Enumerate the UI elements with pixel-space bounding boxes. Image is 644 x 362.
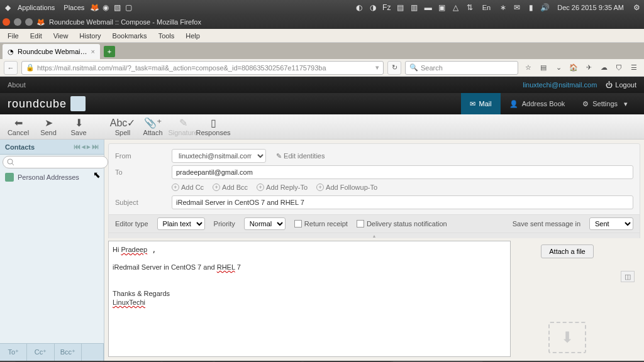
add-followup-link[interactable]: +Add Followup-To bbox=[316, 184, 377, 191]
subject-input[interactable] bbox=[172, 195, 633, 209]
window-maximize-button[interactable] bbox=[25, 18, 33, 26]
dropdown-icon[interactable]: ▾ bbox=[375, 63, 379, 72]
tab-strip: ◔ Roundcube Webmai… × + bbox=[0, 43, 644, 59]
send-icon[interactable]: ✈ bbox=[582, 62, 595, 74]
add-cc-link[interactable]: +Add Cc bbox=[172, 184, 204, 191]
add-bcc-button[interactable]: Bcc⁺ bbox=[55, 344, 82, 361]
editor-type-label: Editor type bbox=[115, 220, 148, 228]
shield-icon[interactable]: ⛉ bbox=[613, 62, 625, 74]
pocket-icon[interactable]: ⌄ bbox=[552, 62, 565, 74]
add-to-button[interactable]: To⁺ bbox=[0, 344, 27, 361]
new-tab-button[interactable]: + bbox=[104, 46, 115, 57]
add-bcc-link[interactable]: +Add Bcc bbox=[213, 184, 248, 191]
prev-page-icon[interactable]: ◂ bbox=[82, 143, 86, 151]
collapse-handle[interactable]: ▴ bbox=[108, 233, 640, 238]
window-close-button[interactable] bbox=[3, 18, 10, 26]
tray-icon[interactable]: ◐ bbox=[354, 3, 364, 13]
keyboard-layout[interactable]: En bbox=[479, 4, 494, 11]
spell-button[interactable]: Abc✓Spell bbox=[108, 116, 137, 138]
browser-tab[interactable]: ◔ Roundcube Webmai… × bbox=[3, 44, 100, 59]
nav-mail[interactable]: ✉Mail bbox=[461, 93, 501, 114]
add-replyto-link[interactable]: +Add Reply-To bbox=[257, 184, 308, 191]
reading-list-icon[interactable]: ▤ bbox=[537, 62, 550, 74]
return-receipt-checkbox[interactable] bbox=[294, 220, 302, 228]
attach-file-button[interactable]: Attach a file bbox=[541, 244, 593, 258]
nav-addressbook[interactable]: 👤Address Book bbox=[501, 93, 574, 114]
from-select[interactable]: linuxtechi@nsitmail.com bbox=[172, 149, 266, 163]
attachments-column: Attach a file ⬇ bbox=[517, 241, 618, 357]
firefox-tray-icon[interactable]: 🦊 bbox=[89, 3, 99, 13]
add-cc-button[interactable]: Cc⁺ bbox=[27, 344, 54, 361]
send-button[interactable]: ➤Send bbox=[34, 116, 63, 138]
from-label: From bbox=[115, 152, 167, 160]
menu-edit[interactable]: Edit bbox=[25, 31, 47, 41]
responses-button[interactable]: ▯Responses bbox=[199, 116, 228, 138]
menu-file[interactable]: File bbox=[3, 31, 24, 41]
attach-button[interactable]: 📎⁺Attach bbox=[138, 116, 167, 138]
ubuntu-icon[interactable]: ◆ bbox=[3, 3, 13, 13]
priority-select[interactable]: Normal bbox=[244, 217, 286, 230]
about-link[interactable]: About bbox=[8, 81, 26, 89]
mail-tray-icon[interactable]: ✉ bbox=[512, 3, 522, 13]
cancel-button[interactable]: ⬅Cancel bbox=[4, 116, 33, 138]
drop-zone[interactable]: ⬇ bbox=[548, 322, 586, 353]
save-button[interactable]: ⬇Save bbox=[64, 116, 93, 138]
dsn-checkbox[interactable] bbox=[357, 220, 364, 228]
menu-bookmarks[interactable]: Bookmarks bbox=[108, 31, 152, 41]
window-title: Roundcube Webmail :: Compose - Mozilla F… bbox=[49, 18, 201, 26]
lock-icon: 🔒 bbox=[26, 63, 35, 72]
editor-type-select[interactable]: Plain text bbox=[157, 217, 205, 230]
message-body[interactable]: Hi Pradeep , iRedmail Server in CentOS 7… bbox=[108, 241, 511, 357]
tray-icon[interactable]: ▣ bbox=[437, 3, 447, 13]
logout-link[interactable]: ⏻Logout bbox=[606, 81, 636, 89]
volume-icon[interactable]: 🔊 bbox=[540, 3, 550, 13]
terminal-tray-icon[interactable]: ▬ bbox=[423, 3, 433, 13]
filezilla-tray-icon[interactable]: Fz bbox=[382, 3, 392, 13]
tray-icon[interactable]: ◑ bbox=[368, 3, 378, 13]
tray-icon[interactable]: ▥ bbox=[409, 3, 419, 13]
battery-icon[interactable]: ▮ bbox=[526, 3, 536, 13]
tray-icon[interactable]: ▤ bbox=[396, 3, 406, 13]
menu-history[interactable]: History bbox=[74, 31, 106, 41]
first-page-icon[interactable]: ⏮ bbox=[74, 143, 80, 151]
compose-toolbar: ⬅Cancel ➤Send ⬇Save Abc✓Spell 📎⁺Attach ✎… bbox=[0, 114, 644, 140]
bluetooth-icon[interactable]: ∗ bbox=[498, 3, 508, 13]
clock[interactable]: Dec 26 2015 9:35 AM bbox=[553, 4, 628, 11]
tab-close-icon[interactable]: × bbox=[91, 48, 94, 55]
tab-favicon: ◔ bbox=[8, 48, 14, 56]
power-icon[interactable]: ⚙ bbox=[631, 3, 641, 13]
window-titlebar[interactable]: 🦊 Roundcube Webmail :: Compose - Mozilla… bbox=[0, 15, 644, 29]
next-page-icon[interactable]: ▸ bbox=[87, 143, 91, 151]
reload-button[interactable]: ↻ bbox=[387, 61, 401, 75]
hamburger-icon[interactable]: ☰ bbox=[628, 62, 640, 74]
return-receipt-label: Return receipt bbox=[304, 220, 348, 228]
personal-addresses-item[interactable]: Personal Addresses bbox=[0, 170, 104, 185]
back-button[interactable]: ← bbox=[4, 61, 18, 75]
popout-icon[interactable]: ◫ bbox=[621, 271, 635, 282]
bookmark-star-icon[interactable]: ☆ bbox=[522, 62, 535, 74]
search-bar[interactable]: 🔍 Search bbox=[405, 61, 518, 75]
spell-icon: Abc✓ bbox=[110, 117, 136, 128]
contact-search-input[interactable] bbox=[3, 156, 108, 168]
savein-select[interactable]: Sent bbox=[589, 217, 633, 230]
edit-identities-link[interactable]: ✎ Edit identities bbox=[276, 152, 325, 160]
home-icon[interactable]: 🏠 bbox=[567, 62, 580, 74]
chrome-tray-icon[interactable]: ◉ bbox=[101, 3, 111, 13]
menu-tools[interactable]: Tools bbox=[153, 31, 180, 41]
menu-help[interactable]: Help bbox=[180, 31, 205, 41]
app-tray-icon2[interactable]: ▢ bbox=[123, 3, 133, 13]
compose-options: Editor type Plain text Priority Normal R… bbox=[108, 215, 640, 233]
tray-icon[interactable]: △ bbox=[451, 3, 461, 13]
nav-settings[interactable]: ⚙Settings▾ bbox=[574, 93, 636, 114]
url-bar[interactable]: 🔒 https://mail.nsitmail.com/mail/?_task=… bbox=[21, 61, 384, 75]
places-menu[interactable]: Places bbox=[60, 4, 88, 11]
window-minimize-button[interactable] bbox=[14, 18, 21, 26]
to-input[interactable] bbox=[172, 165, 633, 179]
applications-menu[interactable]: Applications bbox=[14, 4, 58, 11]
network-icon[interactable]: ⇅ bbox=[465, 3, 475, 13]
chat-icon[interactable]: ☁ bbox=[597, 62, 610, 74]
app-tray-icon[interactable]: ▧ bbox=[112, 3, 122, 13]
last-page-icon[interactable]: ⏭ bbox=[92, 143, 99, 151]
signature-button[interactable]: ✎Signature bbox=[169, 116, 197, 138]
menu-view[interactable]: View bbox=[48, 31, 74, 41]
